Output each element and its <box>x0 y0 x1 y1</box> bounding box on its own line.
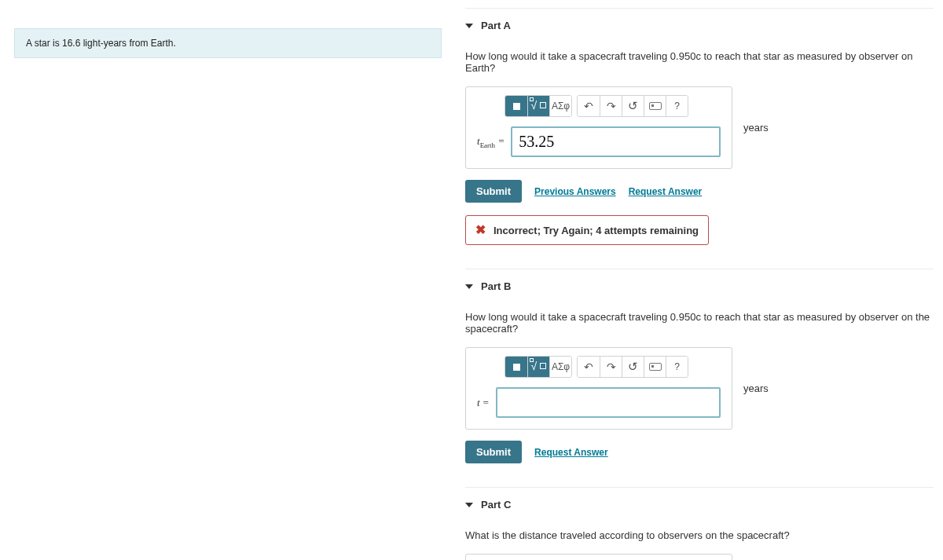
keyboard-icon[interactable] <box>644 357 666 377</box>
submit-button[interactable]: Submit <box>465 441 522 463</box>
part-b-answer-box: ΑΣφ ↶ ↷ ↺ ? t = <box>465 347 732 430</box>
template-icon[interactable] <box>505 96 527 116</box>
part-a-title: Part A <box>481 20 511 31</box>
part-c-answer-box: ΑΣφ ↶ ↷ ↺ ? l = <box>465 554 732 560</box>
part-c-question: What is the distance traveled according … <box>465 529 934 541</box>
part-a-unit: years <box>743 122 781 134</box>
previous-answers-link[interactable]: Previous Answers <box>534 186 616 197</box>
caret-down-icon <box>465 284 473 289</box>
part-a-question: How long would it take a spacecraft trav… <box>465 50 934 74</box>
keyboard-icon[interactable] <box>644 96 666 116</box>
problem-prompt: A star is 16.6 light-years from Earth. <box>14 28 442 58</box>
greek-symbols-button[interactable]: ΑΣφ <box>549 357 571 377</box>
part-a-feedback: ✖ Incorrect; Try Again; 4 attempts remai… <box>465 215 709 245</box>
reset-icon[interactable]: ↺ <box>622 96 644 116</box>
reset-icon[interactable]: ↺ <box>622 357 644 377</box>
part-b-title: Part B <box>481 280 511 292</box>
part-c-header[interactable]: Part C <box>465 488 934 522</box>
caret-down-icon <box>465 503 473 507</box>
help-icon[interactable]: ? <box>666 96 688 116</box>
request-answer-link[interactable]: Request Answer <box>534 447 608 458</box>
submit-button[interactable]: Submit <box>465 180 522 203</box>
help-icon[interactable]: ? <box>666 357 688 377</box>
template-icon[interactable] <box>505 357 527 377</box>
undo-icon[interactable]: ↶ <box>578 357 600 377</box>
math-root-icon[interactable] <box>527 96 549 116</box>
undo-icon[interactable]: ↶ <box>578 96 600 116</box>
caret-down-icon <box>465 24 473 28</box>
part-b: Part B How long would it take a spacecra… <box>465 269 934 487</box>
part-b-header[interactable]: Part B <box>465 269 934 303</box>
part-b-input[interactable] <box>496 387 721 418</box>
part-a-variable: tEarth = <box>477 135 505 149</box>
part-b-unit: years <box>743 382 781 394</box>
redo-icon[interactable]: ↷ <box>600 357 622 377</box>
equation-toolbar: ΑΣφ ↶ ↷ ↺ ? <box>466 356 732 387</box>
part-a-header[interactable]: Part A <box>465 9 934 42</box>
part-a: Part A How long would it take a spacecra… <box>465 8 934 269</box>
part-a-answer-box: ΑΣφ ↶ ↷ ↺ ? tEarth = <box>465 86 732 169</box>
feedback-text: Incorrect; Try Again; 4 attempts remaini… <box>494 225 699 236</box>
part-a-input[interactable] <box>511 126 721 157</box>
math-root-icon[interactable] <box>527 357 549 377</box>
part-b-question: How long would it take a spacecraft trav… <box>465 311 934 335</box>
equation-toolbar: ΑΣφ ↶ ↷ ↺ ? <box>466 95 732 126</box>
greek-symbols-button[interactable]: ΑΣφ <box>549 96 571 116</box>
part-b-variable: t = <box>477 397 490 409</box>
part-c: Part C What is the distance traveled acc… <box>465 487 934 560</box>
request-answer-link[interactable]: Request Answer <box>629 186 703 197</box>
part-c-title: Part C <box>481 499 511 511</box>
redo-icon[interactable]: ↷ <box>600 96 622 116</box>
error-icon: ✖ <box>475 224 486 236</box>
